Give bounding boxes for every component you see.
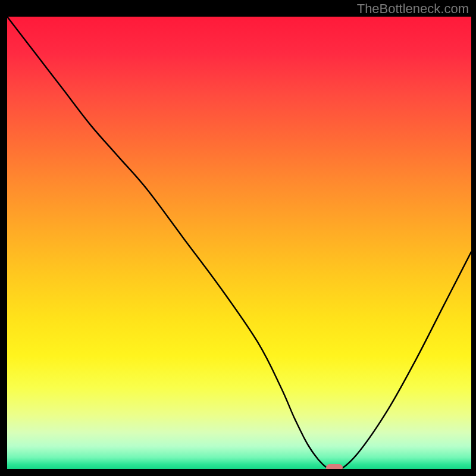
optimal-marker	[326, 464, 342, 471]
chart-plot-area	[5, 17, 471, 471]
watermark-text: TheBottleneck.com	[357, 1, 469, 17]
chart-curve-svg	[7, 17, 471, 469]
bottleneck-curve-path	[7, 17, 471, 469]
